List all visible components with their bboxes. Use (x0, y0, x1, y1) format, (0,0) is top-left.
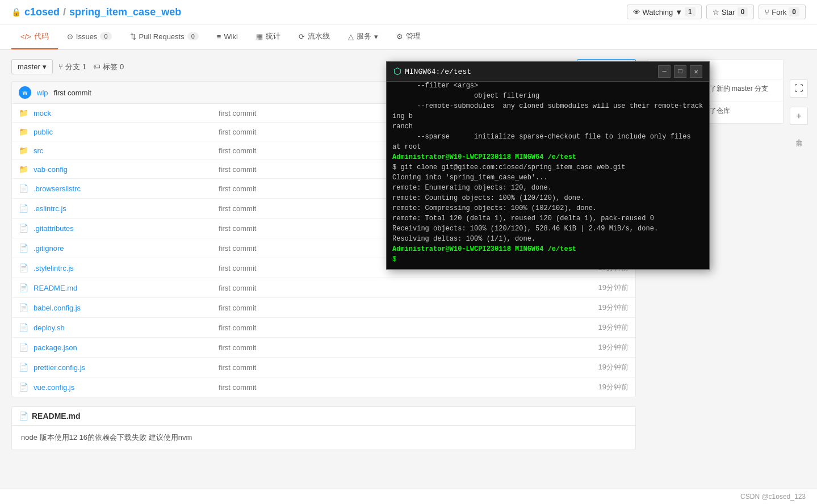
tags-info: 🏷 标签 0 (93, 62, 124, 72)
file-commit: first commit (219, 343, 577, 352)
tab-pulls[interactable]: ⇅ Pull Requests 0 (121, 24, 208, 49)
tab-issues-label: Issues (76, 32, 98, 41)
table-row: 📄README.mdfirst commit19分钟前 (12, 278, 635, 298)
top-actions: 👁 Watching ▼ 1 ☆ Star 0 ⑂ Fork 0 (627, 5, 806, 19)
terminal-title-text: ⬡ MINGW64:/e/test (393, 66, 471, 77)
pulls-badge: 0 (187, 32, 199, 40)
expand-button[interactable]: ⛶ (790, 79, 808, 98)
terminal-controls: — □ ✕ (658, 65, 702, 78)
terminal-output-line: remote: Enumerating objects: 120, done. (392, 183, 703, 193)
terminal-prompt: Administrator@W10-LWCPI230118 MINGW64 /e… (392, 152, 703, 162)
terminal-output-line: Resolving deltas: 100% (1/1), done. (392, 234, 703, 244)
file-time: 19分钟前 (583, 322, 629, 333)
tab-issues[interactable]: ⊙ Issues 0 (58, 24, 121, 49)
right-all-label: 全部 (795, 134, 803, 136)
star-count: 0 (738, 7, 748, 16)
file-name[interactable]: src (33, 146, 213, 155)
star-button[interactable]: ☆ Star 0 (706, 5, 755, 19)
file-name[interactable]: mock (33, 109, 213, 117)
manage-icon: ⚙ (396, 32, 403, 41)
file-name[interactable]: public (33, 128, 213, 136)
fork-label: Fork (772, 8, 786, 16)
terminal-title-label: MINGW64:/e/test (405, 68, 471, 76)
terminal-output-line: remote: Total 120 (delta 1), reused 120 … (392, 213, 703, 224)
branch-selector[interactable]: master ▾ (11, 59, 53, 74)
file-name[interactable]: .gitattributes (33, 224, 213, 233)
file-name[interactable]: .gitignore (33, 244, 213, 253)
file-name[interactable]: .browserslistrc (33, 184, 213, 193)
terminal-line: at root (392, 142, 703, 152)
repo-title: 🔒 c1osed / spring_item_case_web (11, 6, 181, 18)
terminal-close-button[interactable]: ✕ (690, 65, 702, 78)
tag-icon: 🏷 (93, 62, 100, 71)
watch-button[interactable]: 👁 Watching ▼ 1 (627, 5, 702, 19)
terminal-minimize-button[interactable]: — (658, 65, 671, 78)
table-row: 📄deploy.shfirst commit19分钟前 (12, 318, 635, 338)
folder-icon: 📁 (19, 165, 28, 174)
file-name[interactable]: README.md (33, 284, 213, 292)
tab-pulls-label: Pull Requests (139, 32, 185, 41)
file-name[interactable]: prettier.config.js (33, 363, 213, 372)
branch-dropdown-icon: ▾ (43, 62, 47, 71)
commit-author[interactable]: wlp (37, 89, 48, 97)
file-commit: first commit (219, 383, 577, 392)
table-row: 📄prettier.config.jsfirst commit19分钟前 (12, 358, 635, 377)
branches-info: ⑂ 分支 1 (58, 62, 86, 72)
nav-tabs: </> 代码 ⊙ Issues 0 ⇅ Pull Requests 0 ≡ Wi… (0, 24, 817, 50)
tab-stats-label: 统计 (266, 31, 280, 41)
star-label: Star (722, 8, 735, 16)
issues-icon: ⊙ (67, 32, 73, 41)
terminal-window[interactable]: ⬡ MINGW64:/e/test — □ ✕ set config insid… (386, 61, 710, 270)
file-icon: 📄 (19, 303, 28, 312)
file-name[interactable]: package.json (33, 343, 213, 352)
top-bar: 🔒 c1osed / spring_item_case_web 👁 Watchi… (0, 0, 817, 24)
file-name[interactable]: deploy.sh (33, 324, 213, 332)
file-time: 19分钟前 (583, 283, 629, 293)
folder-icon: 📁 (19, 108, 28, 117)
tab-service[interactable]: △ 服务 ▾ (339, 24, 387, 49)
tab-stats[interactable]: ▦ 统计 (247, 24, 290, 49)
repo-owner[interactable]: c1osed (24, 6, 60, 18)
branch-meta: ⑂ 分支 1 🏷 标签 0 (58, 62, 124, 72)
file-icon: 📄 (19, 263, 28, 272)
folder-icon: 📁 (19, 146, 28, 155)
file-icon: 📄 (19, 184, 28, 193)
terminal-maximize-button[interactable]: □ (674, 65, 686, 78)
tab-manage[interactable]: ⚙ 管理 (387, 24, 430, 49)
file-doc-icon: 📄 (19, 411, 28, 421)
tab-manage-label: 管理 (406, 31, 421, 41)
branch-fork-icon: ⑂ (58, 62, 63, 71)
terminal-line: --filter <args> (392, 82, 703, 91)
file-icon: 📄 (19, 224, 28, 233)
file-name[interactable]: vue.config.js (33, 383, 213, 392)
tab-service-label: 服务 (357, 31, 371, 41)
tab-wiki-label: Wiki (224, 32, 238, 41)
code-icon: </> (20, 32, 31, 41)
star-icon: ☆ (713, 8, 719, 16)
tab-code[interactable]: </> 代码 (11, 24, 58, 49)
terminal-line: object filtering (392, 91, 703, 101)
terminal-body: set config inside the new repository --s… (387, 82, 709, 269)
tab-wiki[interactable]: ≡ Wiki (208, 24, 247, 49)
repo-name[interactable]: spring_item_case_web (69, 6, 181, 18)
tab-pipeline[interactable]: ⟳ 流水线 (290, 24, 339, 49)
tab-pipeline-label: 流水线 (308, 31, 330, 41)
file-name[interactable]: vab-config (33, 165, 213, 174)
watch-count: 1 (685, 7, 696, 16)
file-icon: 📄 (19, 323, 28, 332)
file-time: 19分钟前 (583, 342, 629, 352)
file-icon: 📄 (19, 363, 28, 372)
file-name[interactable]: .stylelintrc.js (33, 264, 213, 272)
pulls-icon: ⇅ (130, 32, 136, 41)
terminal-cursor: $ (392, 254, 703, 264)
pipeline-icon: ⟳ (299, 32, 305, 41)
branches-count: 1 (82, 62, 86, 71)
file-name[interactable]: .eslintrc.js (33, 204, 213, 213)
file-name[interactable]: babel.config.js (33, 304, 213, 312)
wiki-icon: ≡ (217, 32, 221, 41)
folder-icon: 📁 (19, 127, 28, 136)
add-button[interactable]: ＋ (790, 107, 808, 125)
file-commit: first commit (219, 284, 577, 292)
fork-count: 0 (789, 7, 799, 16)
fork-button[interactable]: ⑂ Fork 0 (759, 5, 806, 19)
